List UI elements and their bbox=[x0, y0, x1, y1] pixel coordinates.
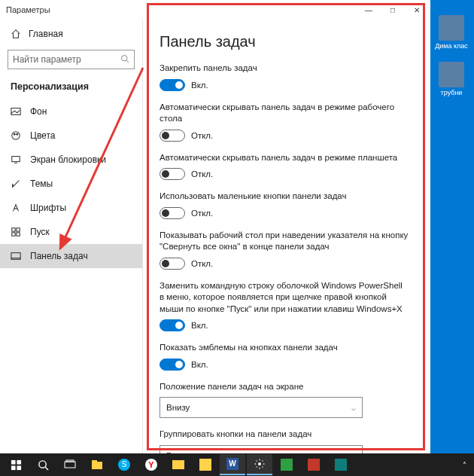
select-label: Группировать кнопки на панели задач bbox=[160, 429, 409, 441]
desktop-icon[interactable]: трубни bbox=[433, 62, 469, 96]
svg-rect-6 bbox=[12, 228, 15, 231]
taskbar-app-explorer[interactable] bbox=[84, 454, 110, 475]
setting-label: Закрепить панель задач bbox=[160, 63, 409, 75]
close-button[interactable]: ✕ bbox=[405, 2, 429, 17]
palette-icon bbox=[11, 130, 21, 141]
sidebar-item-label: Цвета bbox=[30, 130, 55, 141]
search-button[interactable] bbox=[30, 454, 56, 475]
svg-rect-20 bbox=[92, 460, 97, 462]
sidebar: Главная Найти параметр Персонализация Фо… bbox=[0, 20, 143, 453]
picture-icon bbox=[11, 106, 21, 117]
taskbar-app-red[interactable] bbox=[301, 454, 327, 475]
toggle-switch[interactable] bbox=[160, 207, 185, 219]
maximize-button[interactable]: □ bbox=[381, 2, 405, 17]
toggle-state: Вкл. bbox=[191, 360, 208, 369]
sidebar-item-colors[interactable]: Цвета bbox=[0, 124, 142, 148]
toggle-switch[interactable] bbox=[160, 79, 185, 91]
taskbar-app-yandex[interactable]: Y bbox=[138, 454, 164, 475]
setting-label: Показать эмблемы на кнопках панели задач bbox=[160, 342, 409, 354]
toggle-switch[interactable] bbox=[160, 258, 185, 270]
desktop-icon-label: Дима клас bbox=[433, 42, 469, 50]
toggle-state: Откл. bbox=[191, 169, 213, 178]
toggle-state: Откл. bbox=[191, 259, 213, 268]
svg-rect-17 bbox=[65, 462, 75, 468]
sidebar-item-label: Пуск bbox=[30, 227, 50, 237]
window-title: Параметры bbox=[6, 5, 50, 14]
taskbar-app-green[interactable] bbox=[274, 454, 299, 475]
setting-label: Использовать маленькие кнопки панели зад… bbox=[160, 191, 409, 203]
desktop-icon[interactable]: Дима клас bbox=[433, 15, 469, 50]
sidebar-item-background[interactable]: Фон bbox=[0, 99, 142, 124]
folder-icon bbox=[439, 62, 464, 87]
folder-icon bbox=[439, 15, 464, 41]
home-icon bbox=[11, 29, 21, 39]
content-area: Панель задач Закрепить панель задач Вкл.… bbox=[143, 20, 430, 453]
start-button[interactable] bbox=[3, 454, 29, 475]
select-label: Положение панели задач на экране bbox=[160, 381, 409, 393]
svg-rect-18 bbox=[66, 460, 74, 462]
svg-rect-12 bbox=[11, 459, 15, 464]
taskbar-position-select[interactable]: Внизу ⌵ bbox=[160, 397, 363, 418]
taskbar-app-yellow[interactable] bbox=[193, 454, 218, 475]
svg-point-2 bbox=[12, 132, 20, 140]
sidebar-item-label: Экран блокировки bbox=[30, 154, 106, 165]
taskbar-app-settings[interactable] bbox=[247, 454, 272, 475]
brush-icon bbox=[11, 178, 21, 189]
taskbar-app-folder[interactable] bbox=[166, 454, 191, 475]
svg-rect-13 bbox=[17, 459, 21, 464]
toggle-switch[interactable] bbox=[160, 319, 185, 331]
section-title: Персонализация bbox=[0, 77, 142, 99]
setting-label: Заменить командную строку оболочкой Wind… bbox=[160, 280, 409, 316]
select-value: Внизу bbox=[166, 403, 190, 412]
svg-rect-9 bbox=[17, 233, 20, 236]
home-link[interactable]: Главная bbox=[0, 23, 142, 45]
toggle-state: Откл. bbox=[191, 131, 213, 140]
sidebar-item-themes[interactable]: Темы bbox=[0, 172, 142, 196]
chevron-down-icon: ⌵ bbox=[351, 404, 356, 412]
toggle-switch[interactable] bbox=[160, 359, 185, 371]
svg-point-4 bbox=[17, 133, 18, 135]
start-icon bbox=[11, 227, 21, 237]
svg-point-0 bbox=[122, 55, 128, 61]
taskbar-app-word[interactable]: W bbox=[220, 454, 245, 475]
monitor-icon bbox=[11, 154, 21, 165]
taskbar-app-teal[interactable] bbox=[328, 454, 354, 475]
sidebar-item-fonts[interactable]: Шрифты bbox=[0, 196, 142, 220]
sidebar-item-label: Темы bbox=[30, 178, 53, 189]
combine-buttons-select[interactable]: Всегда, скрывать метки ⌵ bbox=[160, 445, 363, 453]
search-icon bbox=[120, 54, 129, 66]
taskbar: S Y W ˄ bbox=[0, 453, 474, 476]
sidebar-item-label: Шрифты bbox=[30, 203, 66, 213]
desktop-icon-label: трубни bbox=[433, 89, 469, 96]
svg-point-16 bbox=[38, 460, 45, 467]
taskbar-app-skype[interactable]: S bbox=[111, 454, 137, 475]
sidebar-item-taskbar[interactable]: Панель задач bbox=[0, 244, 142, 268]
svg-rect-14 bbox=[11, 465, 15, 470]
svg-rect-7 bbox=[17, 228, 20, 231]
toggle-switch[interactable] bbox=[160, 168, 185, 180]
sidebar-item-lockscreen[interactable]: Экран блокировки bbox=[0, 148, 142, 172]
sidebar-item-label: Фон bbox=[30, 106, 47, 117]
minimize-button[interactable]: — bbox=[357, 2, 381, 17]
svg-point-21 bbox=[258, 462, 261, 465]
desktop-icons: Дима клас трубни bbox=[433, 15, 472, 108]
svg-rect-5 bbox=[12, 157, 20, 162]
toggle-switch[interactable] bbox=[160, 130, 185, 142]
svg-rect-8 bbox=[12, 233, 15, 236]
home-label: Главная bbox=[29, 29, 63, 39]
titlebar: Параметры — □ ✕ bbox=[0, 0, 430, 20]
settings-window: Параметры — □ ✕ Главная Найти параметр П… bbox=[0, 0, 430, 453]
taskbar-icon bbox=[11, 251, 21, 261]
setting-label: Показывать рабочий стол при наведении ук… bbox=[160, 230, 409, 253]
svg-rect-15 bbox=[17, 465, 21, 470]
page-title: Панель задач bbox=[160, 33, 409, 50]
search-input[interactable]: Найти параметр bbox=[8, 50, 135, 69]
toggle-state: Вкл. bbox=[191, 321, 208, 330]
font-icon bbox=[11, 203, 21, 213]
taskview-button[interactable] bbox=[57, 454, 83, 475]
toggle-state: Вкл. bbox=[191, 81, 208, 90]
tray-chevron-icon[interactable]: ˄ bbox=[463, 461, 466, 469]
svg-point-3 bbox=[14, 133, 15, 135]
setting-label: Автоматически скрывать панель задач в ре… bbox=[160, 152, 409, 164]
sidebar-item-start[interactable]: Пуск bbox=[0, 220, 142, 244]
